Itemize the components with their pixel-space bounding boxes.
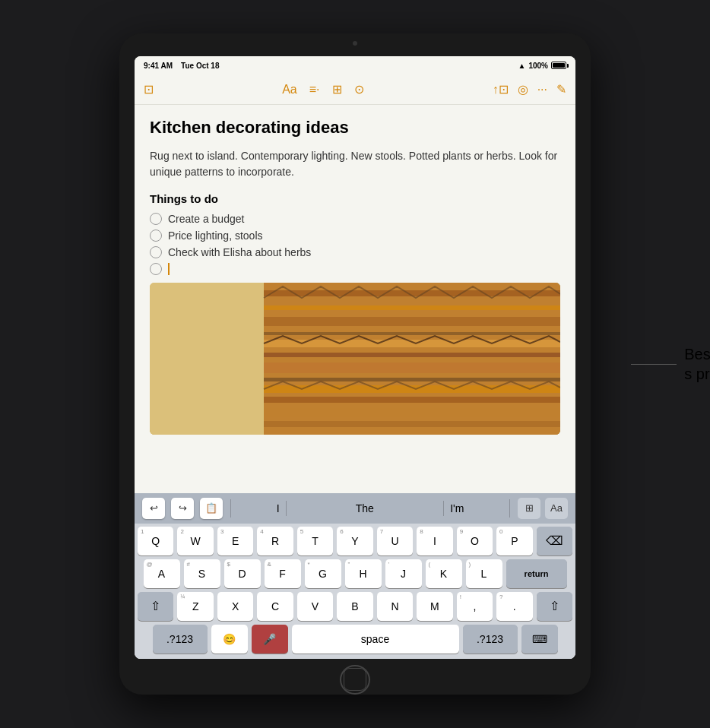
battery-percent: 100% xyxy=(528,62,548,70)
return-key[interactable]: return xyxy=(506,559,567,588)
clipboard-button[interactable]: 📋 xyxy=(200,498,223,519)
key-q[interactable]: 1Q xyxy=(138,527,173,555)
key-d[interactable]: $D xyxy=(224,559,261,588)
shift-right-key[interactable]: ⇧ xyxy=(537,592,572,621)
checkbox-2[interactable] xyxy=(150,229,162,242)
callout-annotation: Besedilos predvidevanjem xyxy=(631,344,710,384)
key-o[interactable]: 9O xyxy=(457,527,493,555)
note-body: Rug next to island. Contemporary lightin… xyxy=(150,148,560,180)
battery-icon xyxy=(551,62,566,69)
keyboard-rows: 1Q 2W 3E 4R 5T 6Y 7U 8I 9O 0P ⌫ @A xyxy=(135,524,575,659)
undo-button[interactable]: ↩ xyxy=(142,498,165,519)
home-button[interactable] xyxy=(340,665,370,695)
circle-arrow-icon[interactable]: ◎ xyxy=(518,82,528,97)
key-a[interactable]: @A xyxy=(144,559,180,588)
mic-key[interactable]: 🎤 xyxy=(252,625,288,654)
screen: 9:41 AM Tue Oct 18 ▲ 100% ⊡ xyxy=(135,56,575,659)
svg-rect-9 xyxy=(264,362,560,373)
key-w[interactable]: 2W xyxy=(177,527,213,555)
format-button[interactable]: Aa xyxy=(545,498,568,519)
keyboard-toolbar: ↩ ↪ 📋 I The I'm ⊞ Aa xyxy=(135,493,575,524)
share-icon[interactable]: ↑⊡ xyxy=(493,82,509,97)
redo-button[interactable]: ↪ xyxy=(171,498,194,519)
backspace-key[interactable]: ⌫ xyxy=(537,527,572,555)
time: 9:41 AM xyxy=(144,62,173,70)
symbols-right-key[interactable]: .?123 xyxy=(463,625,518,654)
status-time-date: 9:41 AM Tue Oct 18 xyxy=(144,62,220,70)
svg-rect-4 xyxy=(264,305,560,310)
camera-icon[interactable]: ⊙ xyxy=(354,82,364,97)
key-e[interactable]: 3E xyxy=(217,527,253,555)
key-i[interactable]: 8I xyxy=(417,527,452,555)
key-row-3: ⇧ ¼Z X C V B N M !, ?. ⇧ xyxy=(138,592,572,621)
checklist-item-1[interactable]: Create a budget xyxy=(150,213,560,225)
text-cursor xyxy=(168,263,170,275)
space-key[interactable]: space xyxy=(292,625,459,654)
checkbox-4[interactable] xyxy=(150,263,162,275)
key-t[interactable]: 5T xyxy=(297,527,333,555)
toolbar-right: ↑⊡ ◎ ··· ✎ xyxy=(493,82,566,97)
suggestion-2[interactable]: The xyxy=(350,501,380,516)
key-y[interactable]: 6Y xyxy=(337,527,372,555)
suggestion-3[interactable]: I'm xyxy=(443,501,470,516)
key-h[interactable]: "H xyxy=(345,559,382,588)
key-j[interactable]: 'J xyxy=(385,559,422,588)
key-c[interactable]: C xyxy=(257,592,293,621)
table-insert-button[interactable]: ⊞ xyxy=(518,498,540,519)
keyboard-toggle-key[interactable]: ⌨ xyxy=(521,625,558,654)
compose-icon[interactable]: ✎ xyxy=(556,82,566,97)
rug-svg xyxy=(150,283,560,435)
status-indicators: ▲ 100% xyxy=(518,62,566,70)
key-s[interactable]: #S xyxy=(184,559,220,588)
note-image xyxy=(150,283,560,435)
svg-rect-8 xyxy=(264,353,560,357)
home-button-inner xyxy=(344,668,366,691)
suggestion-1[interactable]: I xyxy=(271,501,287,516)
key-p[interactable]: 0P xyxy=(496,527,532,555)
key-row-bottom: .?123 😊 🎤 space .?123 ⌨ xyxy=(138,625,572,654)
keyboard-area: ↩ ↪ 📋 I The I'm ⊞ Aa xyxy=(135,493,575,659)
date: Tue Oct 18 xyxy=(181,62,219,70)
section-heading: Things to do xyxy=(150,192,560,205)
emoji-key[interactable]: 😊 xyxy=(211,625,248,654)
key-x[interactable]: X xyxy=(217,592,253,621)
key-v[interactable]: V xyxy=(297,592,333,621)
checkbox-3[interactable] xyxy=(150,246,162,258)
checklist-label-3: Check with Elisha about herbs xyxy=(168,246,311,258)
key-comma[interactable]: !, xyxy=(457,592,493,621)
keyboard-right-tools: ⊞ Aa xyxy=(518,498,568,519)
toolbar: ⊡ Aa ≡· ⊞ ⊙ ↑⊡ ◎ ··· ✎ xyxy=(135,74,575,105)
svg-rect-5 xyxy=(264,317,560,326)
key-k[interactable]: (K xyxy=(426,559,462,588)
checklist-item-2[interactable]: Price lighting, stools xyxy=(150,229,560,242)
callout-line xyxy=(631,364,677,365)
shift-left-key[interactable]: ⇧ xyxy=(138,592,173,621)
predictive-text-suggestions: I The I'm xyxy=(239,493,502,524)
key-g[interactable]: *G xyxy=(305,559,341,588)
table-icon[interactable]: ⊞ xyxy=(332,82,342,97)
checklist-label-1: Create a budget xyxy=(168,213,244,225)
svg-rect-10 xyxy=(264,378,560,381)
key-z[interactable]: ¼Z xyxy=(177,592,213,621)
key-row-1: 1Q 2W 3E 4R 5T 6Y 7U 8I 9O 0P ⌫ xyxy=(138,527,572,555)
checklist-item-3[interactable]: Check with Elisha about herbs xyxy=(150,246,560,258)
format-text-icon[interactable]: Aa xyxy=(282,83,297,97)
toolbar-center: Aa ≡· ⊞ ⊙ xyxy=(282,82,363,97)
key-r[interactable]: 4R xyxy=(257,527,293,555)
svg-rect-6 xyxy=(264,332,560,335)
key-f[interactable]: &F xyxy=(265,559,301,588)
more-icon[interactable]: ··· xyxy=(537,83,547,97)
svg-rect-13 xyxy=(264,408,560,417)
key-period[interactable]: ?. xyxy=(496,592,532,621)
key-u[interactable]: 7U xyxy=(377,527,413,555)
svg-rect-12 xyxy=(264,397,560,403)
symbols-left-key[interactable]: .?123 xyxy=(153,625,208,654)
checklist-icon[interactable]: ≡· xyxy=(309,83,320,97)
key-l[interactable]: )L xyxy=(466,559,502,588)
sidebar-icon[interactable]: ⊡ xyxy=(144,82,154,97)
key-m[interactable]: M xyxy=(417,592,452,621)
key-b[interactable]: B xyxy=(337,592,372,621)
key-n[interactable]: N xyxy=(377,592,413,621)
active-checklist-line xyxy=(150,263,560,275)
checkbox-1[interactable] xyxy=(150,213,162,225)
